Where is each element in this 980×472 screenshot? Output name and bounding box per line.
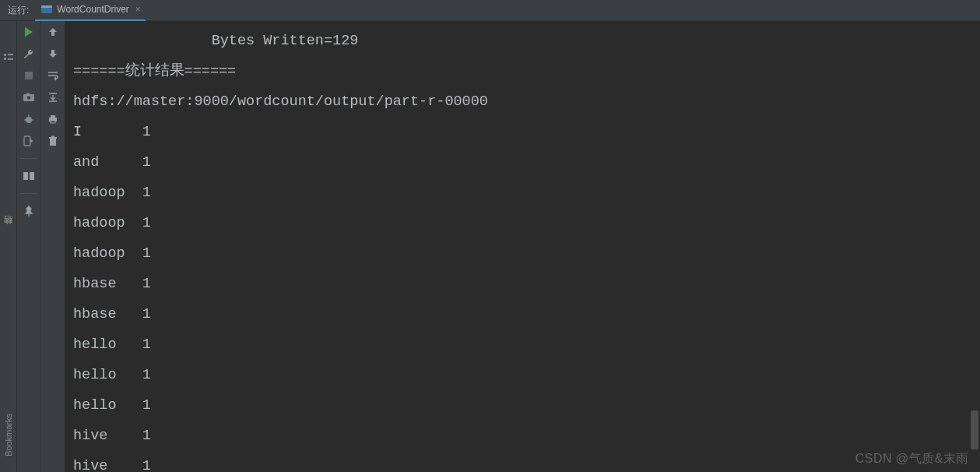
svg-rect-22 (50, 139, 56, 146)
run-action-column (17, 21, 40, 472)
arrow-down-icon[interactable] (47, 48, 59, 60)
rerun-icon[interactable] (23, 26, 35, 38)
separator (20, 158, 37, 159)
close-tab-icon[interactable]: × (135, 4, 141, 15)
soft-wrap-icon[interactable] (47, 69, 59, 82)
svg-rect-21 (51, 121, 55, 123)
csdn-watermark: CSDN @气质&末雨 (855, 451, 969, 467)
svg-rect-23 (49, 137, 57, 139)
svg-rect-24 (51, 136, 54, 138)
pin-icon[interactable] (23, 205, 35, 217)
svg-rect-10 (26, 93, 30, 95)
svg-rect-4 (8, 54, 13, 55)
body: 结构 Bookmarks (0, 21, 980, 472)
print-icon[interactable] (47, 113, 59, 125)
svg-rect-7 (25, 72, 33, 79)
bookmarks-tab-label[interactable]: Bookmarks (4, 414, 13, 456)
run-tab-wordcountdriver[interactable]: WordCountDriver × (35, 0, 146, 21)
app-icon (41, 5, 52, 14)
svg-rect-20 (51, 115, 55, 118)
svg-marker-16 (30, 139, 33, 143)
svg-rect-1 (41, 5, 52, 8)
wrench-icon[interactable] (23, 48, 35, 60)
svg-point-9 (26, 96, 30, 100)
scrollbar-thumb[interactable] (971, 410, 978, 449)
bug-icon[interactable] (23, 113, 35, 125)
svg-rect-18 (30, 172, 34, 180)
svg-rect-2 (4, 54, 6, 56)
separator (20, 193, 37, 194)
console-tool-column (40, 21, 65, 472)
svg-point-11 (26, 117, 32, 123)
run-tab-label: WordCountDriver (57, 4, 128, 15)
structure-icon[interactable] (2, 52, 15, 65)
svg-marker-6 (25, 27, 33, 37)
console-text: Bytes Written=129 ======统计结果====== hdfs:… (65, 21, 980, 472)
arrow-up-icon[interactable] (47, 26, 59, 38)
console-output[interactable]: Bytes Written=129 ======统计结果====== hdfs:… (65, 21, 980, 472)
stop-icon[interactable] (23, 69, 35, 82)
svg-rect-17 (23, 172, 28, 180)
trash-icon[interactable] (47, 135, 59, 147)
svg-rect-15 (24, 136, 30, 146)
layout-icon[interactable] (23, 170, 35, 182)
scroll-to-end-icon[interactable] (47, 91, 59, 104)
run-label: 运行: (0, 4, 35, 17)
svg-rect-5 (8, 58, 13, 60)
vertical-scrollbar[interactable] (971, 23, 978, 470)
exit-icon[interactable] (23, 135, 35, 147)
camera-icon[interactable] (23, 91, 35, 104)
left-tool-rail: 结构 Bookmarks (0, 21, 17, 472)
svg-rect-3 (4, 58, 6, 60)
run-panel-header: 运行: WordCountDriver × (0, 0, 980, 21)
